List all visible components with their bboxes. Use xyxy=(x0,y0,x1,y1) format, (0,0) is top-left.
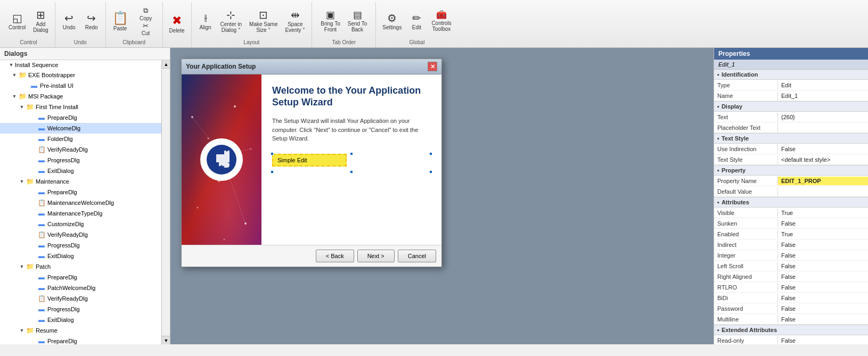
tree-item-msi-package[interactable]: ▼ 📁 MSI Package xyxy=(0,91,161,102)
prop-row-placeholder: Placeholder Text xyxy=(714,122,868,133)
tree-item-preparedlg-2[interactable]: ▶ ▬ PrepareDlg xyxy=(0,187,161,197)
prop-row-enabled: Enabled True xyxy=(714,229,868,239)
collapse-icon-textstyle[interactable]: ▪ xyxy=(717,135,719,142)
properties-element-name: Edit_1 xyxy=(714,60,868,70)
prop-row-visible: Visible True xyxy=(714,208,868,218)
expander-preparedlg-1[interactable]: ▶ xyxy=(30,114,37,121)
expander-pre-install-ui[interactable]: ▶ xyxy=(22,82,30,89)
paste-btn[interactable]: 📋 Paste xyxy=(109,6,132,36)
collapse-icon-identification[interactable]: ▪ xyxy=(717,71,719,78)
tree-item-first-time-install[interactable]: ▼ 📁 First Time Install xyxy=(0,102,161,112)
prop-row-rtlro: RTLRO False xyxy=(714,282,868,293)
control-btn[interactable]: ◱ Control xyxy=(5,6,29,36)
add-dialog-icon: ⊞ xyxy=(36,10,45,20)
collapse-icon-ext-attributes[interactable]: ▪ xyxy=(717,327,719,333)
tree-item-progressdlg-1[interactable]: ▶ ▬ ProgressDlg xyxy=(0,155,161,165)
tree-item-verifyreadydlg-1[interactable]: ▶ 📋 VerifyReadyDlg xyxy=(0,144,161,155)
expander-welcomedlg[interactable]: ▶ xyxy=(30,125,37,132)
copy-label: Copy xyxy=(140,15,152,21)
edit-control-container: Simple Edit xyxy=(272,154,431,172)
delete-btn[interactable]: ✖ Delete xyxy=(166,10,188,39)
tree-item-verifyreadydlg-2[interactable]: ▶ 📋 VerifyReadyDlg xyxy=(0,229,161,240)
tree-item-install-seq[interactable]: ▼ Install Sequence xyxy=(0,60,161,70)
handle-tm[interactable] xyxy=(350,152,353,155)
section-header-identification: ▪ Identification xyxy=(714,70,868,80)
tree-item-exitdialog-2[interactable]: ▶ ▬ ExitDialog xyxy=(0,251,161,261)
expander-first-time-install[interactable]: ▼ xyxy=(18,103,26,111)
undo-btn[interactable]: ↩ Undo xyxy=(59,6,80,36)
sidebar-content: ▼ Install Sequence ▼ 📁 EXE Bootstrapper … xyxy=(0,60,161,344)
handle-tl[interactable] xyxy=(271,152,274,155)
expander-exe-bootstrapper[interactable]: ▼ xyxy=(11,71,18,79)
expander-install-seq[interactable]: ▼ xyxy=(7,61,15,69)
folder-icon-exe: 📁 xyxy=(18,71,27,79)
prop-row-type: Type Edit xyxy=(714,80,868,90)
cut-icon: ✂ xyxy=(143,22,149,30)
dialog-main-title: Welcome to the Your Application Setup Wi… xyxy=(272,85,431,108)
tree-item-maintwelcomedlg[interactable]: ▶ 📋 MaintenanceWelcomeDlg xyxy=(0,197,161,208)
tree-item-mainttypedlg[interactable]: ▶ ▬ MaintenanceTypeDlg xyxy=(0,208,161,219)
prop-row-name: Name Edit_1 xyxy=(714,90,868,101)
scroll-down-btn[interactable]: ▼ xyxy=(162,336,170,344)
dialog-left-panel xyxy=(182,74,261,245)
bring-to-front-btn[interactable]: ▣ Bring ToFront xyxy=(317,6,343,36)
tree-item-patch[interactable]: ▼ 📁 Patch xyxy=(0,261,161,272)
cancel-button[interactable]: Cancel xyxy=(398,250,436,262)
scroll-up-btn[interactable]: ▲ xyxy=(162,60,170,69)
handle-br[interactable] xyxy=(429,170,432,173)
make-same-size-btn[interactable]: ⊡ Make SameSize ˅ xyxy=(246,6,281,36)
copy-btn[interactable]: ⧉ Copy xyxy=(133,7,159,21)
handle-bl[interactable] xyxy=(271,170,274,173)
tree-item-verifyreadydlg-3[interactable]: ▶ 📋 VerifyReadyDlg xyxy=(0,293,161,304)
props-section-textstyle: ▪ Text Style Use Indirection False Text … xyxy=(714,134,868,165)
tree-item-customizedlg[interactable]: ▶ ▬ CustomizeDlg xyxy=(0,219,161,229)
tree-item-pre-install-ui[interactable]: ▶ ▬ Pre-install UI xyxy=(0,80,161,91)
edit-btn[interactable]: ✏ Edit xyxy=(406,6,427,36)
tree-item-resume[interactable]: ▼ 📁 Resume xyxy=(0,325,161,336)
settings-btn[interactable]: ⚙ Settings xyxy=(379,6,405,36)
tree-item-preparedlg-3[interactable]: ▶ ▬ PrepareDlg xyxy=(0,272,161,283)
cut-btn[interactable]: ✂ Cut xyxy=(133,22,159,36)
clipboard-group-label: Clipboard xyxy=(122,39,145,46)
tree-item-preparedlg-1[interactable]: ▶ ▬ PrepareDlg xyxy=(0,112,161,123)
controls-toolbox-btn[interactable]: 🧰 ControlsToolbox xyxy=(428,6,454,36)
tree-item-exitdialog-1[interactable]: ▶ ▬ ExitDialog xyxy=(0,165,161,176)
section-header-display: ▪ Display xyxy=(714,102,868,112)
edit-label: Edit xyxy=(412,24,421,30)
tree-item-welcomedlg[interactable]: ▶ ▬ WelcomeDlg xyxy=(0,123,161,134)
send-to-back-btn[interactable]: ▤ Send ToBack xyxy=(345,6,371,36)
redo-btn[interactable]: ↪ Redo xyxy=(81,6,102,36)
collapse-icon-property[interactable]: ▪ xyxy=(717,167,719,173)
tree-item-maintenance[interactable]: ▼ 📁 Maintenance xyxy=(0,176,161,187)
tree-item-exe-bootstrapper[interactable]: ▼ 📁 EXE Bootstrapper xyxy=(0,70,161,80)
expander-msi-package[interactable]: ▼ xyxy=(11,93,18,100)
bring-to-front-label: Bring ToFront xyxy=(321,21,340,32)
prop-row-text-style: Text Style <default text style> xyxy=(714,154,868,165)
props-content: ▪ Identification Type Edit Name Edit_1 ▪… xyxy=(714,70,868,344)
toolbar-group-clipboard: 📋 Paste ⧉ Copy ✂ Cut Clipboard xyxy=(106,2,163,47)
add-dialog-btn[interactable]: ⊞ AddDialog xyxy=(30,6,51,36)
tree-item-patchwelcomedlg[interactable]: ▶ ▬ PatchWelcomeDlg xyxy=(0,283,161,293)
svg-point-7 xyxy=(224,239,225,241)
edit-control[interactable]: Simple Edit xyxy=(272,154,347,167)
handle-bm[interactable] xyxy=(350,170,353,173)
space-evenly-btn[interactable]: ⇹ SpaceEvenly ˅ xyxy=(282,6,308,36)
align-btn[interactable]: ⫲ Align xyxy=(195,6,216,36)
tree-item-preparedlg-4[interactable]: ▶ ▬ PrepareDlg xyxy=(0,336,161,344)
back-button[interactable]: < Back xyxy=(316,250,354,262)
next-button[interactable]: Next > xyxy=(357,250,395,262)
toolbar-group-layout: ⫲ Align ⊹ Center inDialog ˅ ⊡ Make SameS… xyxy=(192,2,313,47)
properties-panel: Properties Edit_1 ▪ Identification Type … xyxy=(714,48,868,344)
settings-icon: ⚙ xyxy=(387,13,397,23)
tree-item-progressdlg-3[interactable]: ▶ ▬ ProgressDlg xyxy=(0,304,161,314)
dialog-close-btn[interactable]: ✕ xyxy=(428,62,437,71)
tree-item-exitdialog-3[interactable]: ▶ ▬ ExitDialog xyxy=(0,314,161,325)
collapse-icon-attributes[interactable]: ▪ xyxy=(717,199,719,205)
center-in-dialog-label: Center inDialog ˅ xyxy=(220,21,242,33)
collapse-icon-display[interactable]: ▪ xyxy=(717,103,719,110)
center-in-dialog-btn[interactable]: ⊹ Center inDialog ˅ xyxy=(217,6,245,36)
tree-item-folderdlg[interactable]: ▶ ▬ FolderDlg xyxy=(0,134,161,144)
props-section-property: ▪ Property Property Name EDIT_1_PROP Def… xyxy=(714,165,868,197)
handle-tr[interactable] xyxy=(429,152,432,155)
tree-item-progressdlg-2[interactable]: ▶ ▬ ProgressDlg xyxy=(0,240,161,251)
